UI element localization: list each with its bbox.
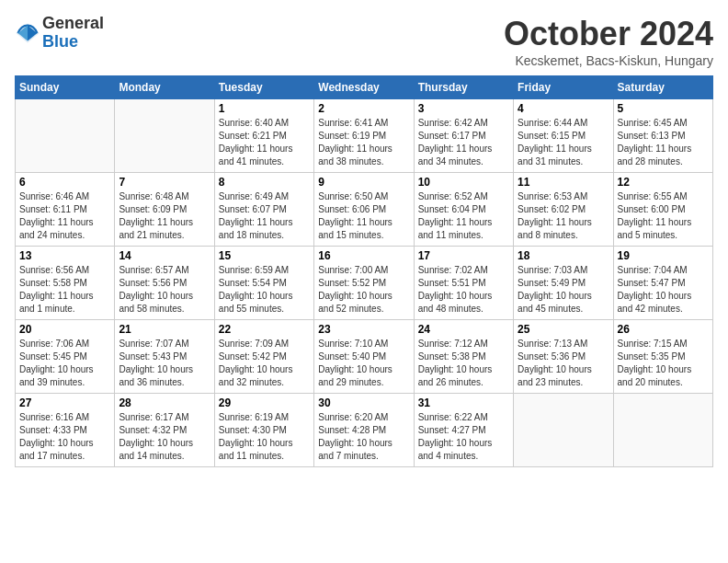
calendar-day-cell: 22Sunrise: 7:09 AM Sunset: 5:42 PM Dayli…: [214, 320, 313, 394]
logo: General Blue: [15, 15, 104, 52]
day-info: Sunrise: 7:02 AM Sunset: 5:51 PM Dayligh…: [418, 264, 509, 316]
calendar-day-cell: 14Sunrise: 6:57 AM Sunset: 5:56 PM Dayli…: [115, 247, 214, 320]
day-number: 19: [618, 249, 709, 262]
day-number: 20: [19, 323, 110, 336]
day-number: 28: [119, 396, 210, 409]
day-number: 27: [19, 396, 110, 409]
calendar-day-cell: 27Sunrise: 6:16 AM Sunset: 4:33 PM Dayli…: [16, 394, 115, 467]
day-number: 21: [119, 323, 210, 336]
day-of-week-header: Sunday: [16, 76, 115, 99]
day-info: Sunrise: 7:03 AM Sunset: 5:49 PM Dayligh…: [518, 264, 609, 316]
calendar-week-row: 6Sunrise: 6:46 AM Sunset: 6:11 PM Daylig…: [16, 173, 713, 247]
day-info: Sunrise: 6:50 AM Sunset: 6:06 PM Dayligh…: [318, 190, 409, 242]
day-info: Sunrise: 7:15 AM Sunset: 5:35 PM Dayligh…: [618, 338, 709, 389]
day-info: Sunrise: 6:40 AM Sunset: 6:21 PM Dayligh…: [219, 117, 310, 168]
day-of-week-header: Wednesday: [314, 76, 414, 99]
day-info: Sunrise: 6:16 AM Sunset: 4:33 PM Dayligh…: [19, 411, 110, 463]
calendar-day-cell: 31Sunrise: 6:22 AM Sunset: 4:27 PM Dayli…: [414, 394, 513, 467]
day-number: 29: [219, 396, 310, 409]
calendar-day-cell: 11Sunrise: 6:53 AM Sunset: 6:02 PM Dayli…: [514, 173, 613, 247]
calendar-day-cell: 29Sunrise: 6:19 AM Sunset: 4:30 PM Dayli…: [214, 394, 313, 467]
day-info: Sunrise: 6:49 AM Sunset: 6:07 PM Dayligh…: [219, 190, 310, 242]
day-number: 23: [318, 323, 409, 336]
calendar-day-cell: 25Sunrise: 7:13 AM Sunset: 5:36 PM Dayli…: [514, 320, 613, 394]
calendar-day-cell: [613, 394, 712, 467]
day-info: Sunrise: 6:55 AM Sunset: 6:00 PM Dayligh…: [618, 190, 709, 242]
calendar-day-cell: 6Sunrise: 6:46 AM Sunset: 6:11 PM Daylig…: [16, 173, 115, 247]
day-info: Sunrise: 6:45 AM Sunset: 6:13 PM Dayligh…: [618, 117, 709, 168]
day-info: Sunrise: 6:41 AM Sunset: 6:19 PM Dayligh…: [318, 117, 409, 168]
calendar-day-cell: 30Sunrise: 6:20 AM Sunset: 4:28 PM Dayli…: [314, 394, 414, 467]
logo-icon: [15, 20, 40, 46]
day-info: Sunrise: 7:12 AM Sunset: 5:38 PM Dayligh…: [418, 338, 509, 389]
day-number: 10: [418, 176, 509, 189]
day-of-week-header: Thursday: [414, 76, 513, 99]
calendar-day-cell: 5Sunrise: 6:45 AM Sunset: 6:13 PM Daylig…: [613, 99, 712, 173]
day-number: 2: [318, 102, 409, 115]
calendar-day-cell: 23Sunrise: 7:10 AM Sunset: 5:40 PM Dayli…: [314, 320, 414, 394]
day-of-week-header: Friday: [514, 76, 613, 99]
day-info: Sunrise: 6:17 AM Sunset: 4:32 PM Dayligh…: [119, 411, 210, 463]
day-number: 11: [518, 176, 609, 189]
calendar-day-cell: [16, 99, 115, 173]
logo-text: General Blue: [42, 15, 104, 52]
location-subtitle: Kecskemet, Bacs-Kiskun, Hungary: [504, 53, 713, 68]
day-number: 26: [618, 323, 709, 336]
day-of-week-header: Monday: [115, 76, 214, 99]
day-number: 30: [318, 396, 409, 409]
calendar-week-row: 20Sunrise: 7:06 AM Sunset: 5:45 PM Dayli…: [16, 320, 713, 394]
page-header: General Blue October 2024 Kecskemet, Bac…: [15, 15, 713, 68]
calendar-day-cell: 12Sunrise: 6:55 AM Sunset: 6:00 PM Dayli…: [613, 173, 712, 247]
day-number: 31: [418, 396, 509, 409]
calendar-day-cell: [514, 394, 613, 467]
day-info: Sunrise: 7:09 AM Sunset: 5:42 PM Dayligh…: [219, 338, 310, 389]
day-info: Sunrise: 7:10 AM Sunset: 5:40 PM Dayligh…: [318, 338, 409, 389]
day-info: Sunrise: 6:20 AM Sunset: 4:28 PM Dayligh…: [318, 411, 409, 463]
day-info: Sunrise: 6:53 AM Sunset: 6:02 PM Dayligh…: [518, 190, 609, 242]
day-number: 18: [518, 249, 609, 262]
calendar-day-cell: 13Sunrise: 6:56 AM Sunset: 5:58 PM Dayli…: [16, 247, 115, 320]
day-of-week-header: Saturday: [613, 76, 712, 99]
day-info: Sunrise: 6:19 AM Sunset: 4:30 PM Dayligh…: [219, 411, 310, 463]
calendar-week-row: 1Sunrise: 6:40 AM Sunset: 6:21 PM Daylig…: [16, 99, 713, 173]
day-info: Sunrise: 6:56 AM Sunset: 5:58 PM Dayligh…: [19, 264, 110, 316]
day-number: 4: [518, 102, 609, 115]
calendar-day-cell: 4Sunrise: 6:44 AM Sunset: 6:15 PM Daylig…: [514, 99, 613, 173]
calendar-day-cell: 17Sunrise: 7:02 AM Sunset: 5:51 PM Dayli…: [414, 247, 513, 320]
day-info: Sunrise: 6:59 AM Sunset: 5:54 PM Dayligh…: [219, 264, 310, 316]
calendar-day-cell: 2Sunrise: 6:41 AM Sunset: 6:19 PM Daylig…: [314, 99, 414, 173]
day-info: Sunrise: 6:57 AM Sunset: 5:56 PM Dayligh…: [119, 264, 210, 316]
day-info: Sunrise: 6:42 AM Sunset: 6:17 PM Dayligh…: [418, 117, 509, 168]
title-area: October 2024 Kecskemet, Bacs-Kiskun, Hun…: [504, 15, 713, 68]
day-number: 7: [119, 176, 210, 189]
day-number: 24: [418, 323, 509, 336]
day-info: Sunrise: 6:46 AM Sunset: 6:11 PM Dayligh…: [19, 190, 110, 242]
day-number: 5: [618, 102, 709, 115]
calendar-day-cell: [115, 99, 214, 173]
calendar-week-row: 27Sunrise: 6:16 AM Sunset: 4:33 PM Dayli…: [16, 394, 713, 467]
day-number: 8: [219, 176, 310, 189]
day-number: 14: [119, 249, 210, 262]
calendar-day-cell: 28Sunrise: 6:17 AM Sunset: 4:32 PM Dayli…: [115, 394, 214, 467]
calendar-day-cell: 16Sunrise: 7:00 AM Sunset: 5:52 PM Dayli…: [314, 247, 414, 320]
calendar-day-cell: 21Sunrise: 7:07 AM Sunset: 5:43 PM Dayli…: [115, 320, 214, 394]
day-info: Sunrise: 7:00 AM Sunset: 5:52 PM Dayligh…: [318, 264, 409, 316]
month-title: October 2024: [504, 15, 713, 53]
day-info: Sunrise: 6:44 AM Sunset: 6:15 PM Dayligh…: [518, 117, 609, 168]
calendar-day-cell: 15Sunrise: 6:59 AM Sunset: 5:54 PM Dayli…: [214, 247, 313, 320]
calendar-day-cell: 1Sunrise: 6:40 AM Sunset: 6:21 PM Daylig…: [214, 99, 313, 173]
calendar-day-cell: 24Sunrise: 7:12 AM Sunset: 5:38 PM Dayli…: [414, 320, 513, 394]
calendar-day-cell: 20Sunrise: 7:06 AM Sunset: 5:45 PM Dayli…: [16, 320, 115, 394]
calendar-table: SundayMondayTuesdayWednesdayThursdayFrid…: [15, 75, 713, 467]
day-info: Sunrise: 7:07 AM Sunset: 5:43 PM Dayligh…: [119, 338, 210, 389]
day-number: 6: [19, 176, 110, 189]
day-number: 1: [219, 102, 310, 115]
day-number: 3: [418, 102, 509, 115]
day-number: 25: [518, 323, 609, 336]
calendar-day-cell: 18Sunrise: 7:03 AM Sunset: 5:49 PM Dayli…: [514, 247, 613, 320]
day-info: Sunrise: 6:22 AM Sunset: 4:27 PM Dayligh…: [418, 411, 509, 463]
day-info: Sunrise: 7:06 AM Sunset: 5:45 PM Dayligh…: [19, 338, 110, 389]
day-of-week-header: Tuesday: [214, 76, 313, 99]
calendar-day-cell: 3Sunrise: 6:42 AM Sunset: 6:17 PM Daylig…: [414, 99, 513, 173]
calendar-day-cell: 9Sunrise: 6:50 AM Sunset: 6:06 PM Daylig…: [314, 173, 414, 247]
